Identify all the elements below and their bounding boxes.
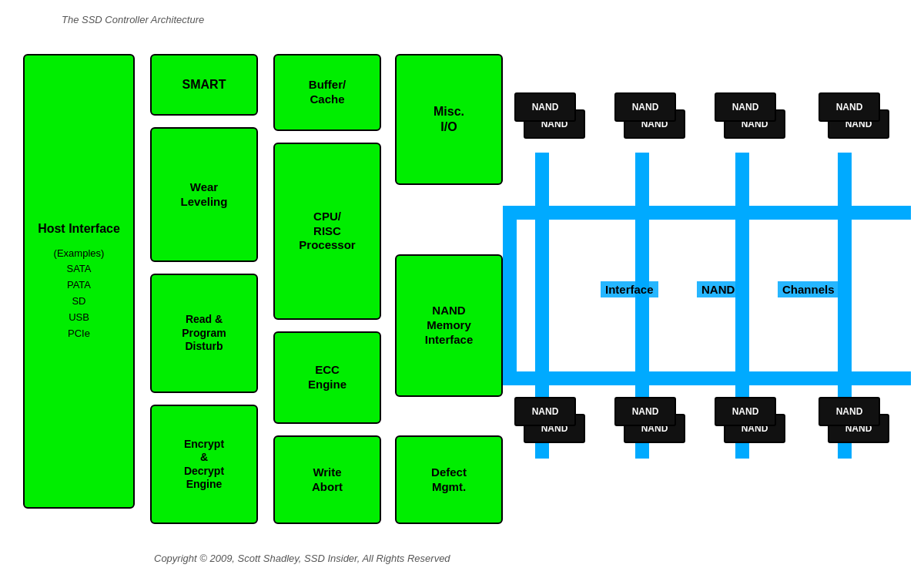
- nand-chip-top-1a: NAND: [514, 92, 576, 122]
- read-program-label: Read &ProgramDisturb: [182, 313, 226, 354]
- misc-io-label: Misc.I/O: [434, 104, 464, 135]
- host-interface-subtitle: (Examples)SATAPATASDUSBPCIe: [38, 246, 120, 342]
- connector-label-interface: Interface: [601, 281, 658, 297]
- read-program-block: Read &ProgramDisturb: [150, 274, 258, 393]
- connector-label-nand: NAND: [697, 281, 739, 297]
- misc-io-block: Misc.I/O: [395, 54, 503, 185]
- connector-label-channels: Channels: [778, 281, 839, 297]
- nand-memory-block: NANDMemoryInterface: [395, 254, 503, 397]
- host-interface-title: Host Interface: [38, 221, 120, 237]
- nand-chip-bot-3a: NAND: [715, 397, 776, 426]
- nand-chip-bot-2a: NAND: [614, 397, 676, 426]
- wear-leveling-block: WearLeveling: [150, 127, 258, 262]
- write-abort-label: WriteAbort: [312, 465, 343, 495]
- host-interface-block: Host Interface (Examples)SATAPATASDUSBPC…: [23, 54, 135, 509]
- defect-mgmt-label: DefectMgmt.: [431, 465, 467, 495]
- ecc-engine-label: ECCEngine: [308, 363, 346, 392]
- smart-label: SMART: [182, 77, 226, 92]
- cpu-risc-label: CPU/RISCProcessor: [299, 210, 355, 253]
- defect-mgmt-block: DefectMgmt.: [395, 435, 503, 524]
- encrypt-decrypt-label: Encrypt&DecryptEngine: [184, 438, 224, 492]
- nand-chip-top-4a: NAND: [819, 92, 880, 122]
- nand-chip-top-3a: NAND: [715, 92, 776, 122]
- smart-block: SMART: [150, 54, 258, 116]
- v-line-col4-top: [838, 153, 852, 220]
- bottom-title: Copyright © 2009, Scott Shadley, SSD Ins…: [154, 553, 450, 564]
- diagram: Host Interface (Examples)SATAPATASDUSBPC…: [15, 46, 909, 547]
- v-line-col2-top: [635, 153, 649, 220]
- ecc-engine-block: ECCEngine: [273, 331, 381, 424]
- cpu-risc-block: CPU/RISCProcessor: [273, 143, 381, 320]
- bus-left-horizontal: [503, 206, 517, 385]
- v-line-col1-top: [535, 153, 549, 220]
- v-line-col3-top: [735, 153, 749, 220]
- wear-leveling-label: WearLeveling: [181, 180, 228, 210]
- page-container: The SSD Controller Architecture Copyrigh…: [0, 0, 924, 578]
- encrypt-decrypt-block: Encrypt&DecryptEngine: [150, 405, 258, 524]
- buffer-cache-block: Buffer/Cache: [273, 54, 381, 131]
- nand-chip-bot-4a: NAND: [819, 397, 880, 426]
- write-abort-block: WriteAbort: [273, 435, 381, 524]
- top-title: The SSD Controller Architecture: [62, 14, 204, 25]
- nand-chip-top-2a: NAND: [614, 92, 676, 122]
- nand-memory-label: NANDMemoryInterface: [425, 304, 474, 347]
- nand-chip-bot-1a: NAND: [514, 397, 576, 426]
- buffer-cache-label: Buffer/Cache: [309, 78, 346, 107]
